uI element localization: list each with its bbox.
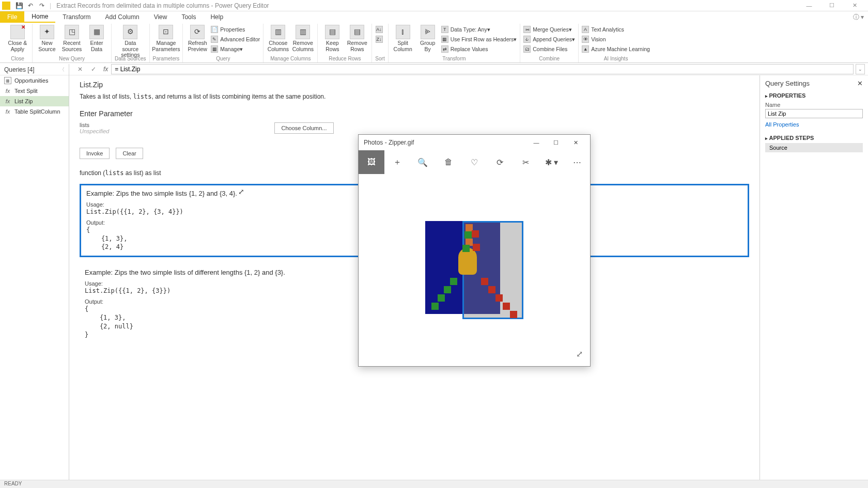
- query-item-opportunities[interactable]: ▦Opportunities: [0, 75, 69, 86]
- replace-values-button[interactable]: ⇄Replace Values: [441, 44, 517, 54]
- qat-save-icon[interactable]: 💾: [15, 2, 23, 10]
- queries-header-label: Queries [4]: [4, 66, 35, 73]
- photos-titlebar[interactable]: Photos - Zipper.gif — ☐ ✕: [359, 135, 590, 150]
- query-item-table-splitcolumn[interactable]: fxTable SplitColumn: [0, 106, 69, 117]
- tab-file[interactable]: File: [0, 11, 24, 23]
- photos-close-button[interactable]: ✕: [566, 135, 585, 150]
- tab-transform[interactable]: Transform: [55, 11, 98, 23]
- tab-view[interactable]: View: [147, 11, 175, 23]
- manage-button[interactable]: ▦Manage ▾: [211, 44, 260, 54]
- manage-parameters-button[interactable]: ⊡Manage Parameters: [154, 24, 177, 52]
- name-input[interactable]: [765, 109, 863, 118]
- enter-data-icon: ▦: [89, 25, 104, 39]
- photos-edit-button[interactable]: ✱ ▾: [538, 150, 564, 174]
- title-bar: 💾 ↶ ↷ | Extract Records from delimited d…: [0, 0, 868, 11]
- new-source-button[interactable]: ✦New Source: [36, 24, 58, 52]
- parameters-label: Manage Parameters: [152, 40, 180, 52]
- refresh-preview-button[interactable]: ⟳Refresh Preview: [186, 24, 209, 52]
- split-column-button[interactable]: ⫿Split Column: [392, 24, 414, 52]
- close-button[interactable]: ✕: [843, 1, 866, 11]
- append-queries-button[interactable]: ⫝Append Queries ▾: [523, 35, 575, 44]
- formula-expand-button[interactable]: ⌄: [856, 64, 865, 74]
- sort-desc-button[interactable]: Z↓: [376, 35, 385, 44]
- merge-label: Merge Queries: [533, 26, 568, 33]
- applied-steps-header[interactable]: APPLIED STEPS: [765, 135, 863, 141]
- photos-add-button[interactable]: ＋: [384, 150, 410, 174]
- maximize-button[interactable]: ☐: [820, 1, 843, 11]
- photos-zoom-button[interactable]: 🔍: [410, 150, 436, 174]
- step-source[interactable]: Source: [765, 143, 863, 152]
- ribbon-help-icon[interactable]: ⓘ ▾: [853, 11, 868, 23]
- photos-more-button[interactable]: ⋯: [564, 150, 590, 174]
- first-row-headers-button[interactable]: ▦Use First Row as Headers ▾: [441, 35, 517, 44]
- manage-label: Manage: [220, 46, 240, 52]
- keep-rows-button[interactable]: ▤Keep Rows: [321, 24, 344, 52]
- photos-view-button[interactable]: 🖼: [359, 150, 384, 174]
- photos-window[interactable]: Photos - Zipper.gif — ☐ ✕ 🖼 ＋ 🔍 🗑 ♡ ⟳ ✂ …: [358, 134, 591, 367]
- ribbon-group-manage-columns: ▥Choose Columns ▥Remove Columns Manage C…: [264, 24, 318, 62]
- qat-undo-icon[interactable]: ↶: [26, 2, 35, 10]
- photos-maximize-button[interactable]: ☐: [547, 135, 565, 150]
- query-item-list-zip[interactable]: fxList Zip: [0, 96, 69, 106]
- data-source-icon: ⚙: [123, 25, 137, 39]
- qat-redo-icon[interactable]: ↷: [38, 2, 46, 10]
- formula-commit-button[interactable]: ✓: [87, 64, 100, 75]
- data-source-settings-button[interactable]: ⚙Data source settings: [119, 24, 142, 58]
- combine-files-icon: 🗂: [523, 45, 531, 53]
- properties-section-header[interactable]: PROPERTIES: [765, 92, 863, 99]
- group-by-button[interactable]: ⫸Group By: [416, 24, 439, 52]
- minimize-button[interactable]: —: [798, 1, 820, 11]
- photos-rotate-button[interactable]: ⟳: [487, 150, 513, 174]
- tab-add-column[interactable]: Add Column: [98, 11, 147, 23]
- tab-home[interactable]: Home: [24, 11, 55, 23]
- choose-columns-icon: ▥: [271, 25, 285, 39]
- ribbon: Close & Apply Close ✦New Source ◳Recent …: [0, 23, 868, 63]
- formula-cancel-button[interactable]: ✕: [73, 64, 87, 75]
- enter-data-button[interactable]: ▦Enter Data: [85, 24, 108, 52]
- aml-label: Azure Machine Learning: [591, 46, 650, 52]
- choose-column-button[interactable]: Choose Column...: [274, 122, 333, 134]
- recent-sources-button[interactable]: ◳Recent Sources: [60, 24, 83, 52]
- query-item-text-split[interactable]: fxText Split: [0, 86, 69, 96]
- zipper-tooth: [450, 278, 457, 285]
- photos-minimize-button[interactable]: —: [527, 135, 546, 150]
- photos-crop-button[interactable]: ✂: [513, 150, 539, 174]
- all-properties-link[interactable]: All Properties: [765, 121, 863, 128]
- zipper-tooth: [438, 294, 445, 302]
- datatype-label: Data Type: Any: [451, 26, 487, 33]
- formula-input[interactable]: [111, 64, 854, 74]
- function-name: List.Zip: [80, 81, 749, 89]
- enter-parameter-header: Enter Parameter: [80, 109, 749, 118]
- zipper-tooth: [464, 231, 472, 239]
- keep-rows-icon: ▤: [325, 25, 339, 39]
- remove-columns-button[interactable]: ▥Remove Columns: [291, 24, 314, 52]
- remove-columns-icon: ▥: [296, 25, 310, 39]
- formula-bar: ✕ ✓ fx ⌄: [0, 63, 868, 75]
- advanced-editor-button[interactable]: ✎Advanced Editor: [211, 35, 260, 44]
- properties-button[interactable]: 📄Properties: [211, 25, 260, 34]
- photos-expand-icon[interactable]: ⤢: [576, 349, 583, 359]
- azure-ml-button[interactable]: ▲Azure Machine Learning: [582, 44, 650, 54]
- queries-collapse-icon[interactable]: 〈: [59, 66, 65, 73]
- fx-icon: fx: [4, 87, 11, 95]
- merge-queries-button[interactable]: ⫘Merge Queries ▾: [523, 25, 575, 34]
- text-analytics-button[interactable]: AText Analytics: [582, 25, 650, 34]
- sort-asc-button[interactable]: A↓: [376, 25, 385, 34]
- sort-asc-icon: A↓: [376, 26, 383, 33]
- fx-icon: fx: [4, 108, 11, 115]
- tab-help[interactable]: Help: [203, 11, 230, 23]
- remove-rows-button[interactable]: ▤Remove Rows: [346, 24, 368, 52]
- close-apply-button[interactable]: Close & Apply: [6, 24, 29, 52]
- data-type-button[interactable]: TData Type: Any ▾: [441, 25, 517, 34]
- group-label-data-sources: Data Sources: [115, 56, 146, 61]
- settings-close-icon[interactable]: ✕: [857, 80, 863, 87]
- vision-button[interactable]: 👁Vision: [582, 35, 650, 44]
- photos-favorite-button[interactable]: ♡: [461, 150, 487, 174]
- combine-files-button[interactable]: 🗂Combine Files: [523, 44, 575, 54]
- tab-tools[interactable]: Tools: [174, 11, 203, 23]
- choose-columns-label: Choose Columns: [268, 40, 289, 52]
- invoke-button[interactable]: Invoke: [80, 148, 110, 159]
- choose-columns-button[interactable]: ▥Choose Columns: [267, 24, 289, 52]
- photos-delete-button[interactable]: 🗑: [436, 150, 461, 174]
- clear-button[interactable]: Clear: [116, 148, 143, 159]
